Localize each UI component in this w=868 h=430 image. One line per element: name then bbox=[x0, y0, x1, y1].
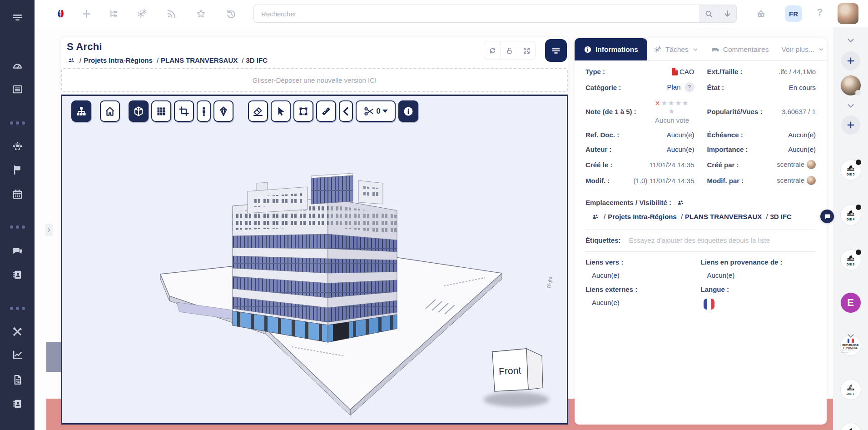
help-badge[interactable]: ? bbox=[684, 82, 694, 92]
hamburger-icon bbox=[12, 11, 23, 23]
field-value-etat[interactable]: En cours bbox=[724, 84, 816, 91]
sidebar-menu-toggle[interactable] bbox=[0, 10, 35, 24]
language-switcher[interactable]: FR bbox=[785, 5, 802, 22]
org-avatar-die6[interactable]: DIE 6 bbox=[841, 423, 861, 430]
breadcrumb-item[interactable]: 3D IFC bbox=[246, 56, 268, 64]
document-menu-button[interactable] bbox=[545, 39, 567, 62]
user-avatar[interactable] bbox=[838, 3, 858, 24]
first-person-button[interactable] bbox=[197, 100, 211, 122]
sidebar-item-directory[interactable] bbox=[0, 397, 35, 410]
help-button[interactable]: ? bbox=[817, 6, 823, 18]
crop-icon bbox=[179, 106, 189, 117]
wireframe-button[interactable] bbox=[213, 100, 233, 122]
ifc-3d-viewer[interactable]: Front Right 0 bbox=[61, 95, 568, 425]
document-actions bbox=[484, 41, 536, 60]
basket-button[interactable] bbox=[754, 6, 768, 21]
settings-button[interactable] bbox=[134, 6, 149, 21]
org-avatar-die7[interactable]: DIE 7 bbox=[841, 380, 861, 400]
search-submit-button[interactable] bbox=[699, 5, 718, 23]
org-avatar-die5[interactable]: DIE 5 bbox=[841, 160, 861, 180]
contact-avatar[interactable] bbox=[841, 75, 861, 95]
star-icons[interactable]: ★★★★ bbox=[661, 99, 689, 107]
building-3d-model[interactable]: Front Right bbox=[62, 96, 567, 423]
letter-avatar[interactable]: E bbox=[841, 293, 861, 313]
eraser-button[interactable] bbox=[248, 100, 268, 122]
info-button[interactable] bbox=[398, 100, 418, 122]
field-value-categorie[interactable]: Plan? bbox=[621, 82, 694, 92]
tab-informations[interactable]: Informations bbox=[575, 38, 647, 60]
fullscreen-button[interactable] bbox=[518, 41, 536, 60]
french-flag-icon[interactable] bbox=[704, 299, 714, 310]
navigation-cube[interactable]: Front Right bbox=[484, 276, 553, 407]
refresh-button[interactable] bbox=[484, 41, 501, 60]
tab-taches[interactable]: Tâches bbox=[647, 38, 705, 60]
project-tree-button[interactable] bbox=[106, 6, 121, 21]
nav-cube-front-label[interactable]: Front bbox=[499, 365, 521, 377]
add-organization-button[interactable] bbox=[841, 115, 860, 135]
scroll-down-chevron-icon[interactable] bbox=[846, 331, 856, 341]
unlock-button[interactable] bbox=[501, 41, 518, 60]
measure-button[interactable] bbox=[316, 100, 336, 122]
scroll-up-chevron-icon[interactable] bbox=[846, 35, 856, 45]
org-avatar-die3[interactable]: DIE 3 bbox=[841, 250, 861, 270]
search-input[interactable] bbox=[253, 5, 699, 23]
field-value-user[interactable]: scentrale bbox=[739, 160, 816, 169]
sidebar-more-dots[interactable] bbox=[0, 225, 35, 229]
chat-fab-button[interactable] bbox=[820, 210, 834, 223]
breadcrumb-item[interactable]: Projets Intra-Régions bbox=[608, 213, 677, 220]
tab-voir-plus[interactable]: Voir plus... bbox=[775, 38, 831, 60]
flag-icon bbox=[12, 164, 23, 175]
app-logo-marianne[interactable] bbox=[54, 6, 68, 21]
create-new-button[interactable] bbox=[79, 6, 94, 21]
structure-tree-button[interactable] bbox=[71, 100, 91, 122]
tab-commentaires[interactable]: Commentaires bbox=[705, 38, 775, 60]
tab-label: Voir plus... bbox=[782, 45, 814, 54]
history-button[interactable] bbox=[223, 6, 238, 21]
field-value-type[interactable]: CAO bbox=[605, 68, 694, 75]
user-avatar bbox=[807, 160, 816, 169]
sidebar-item-tools[interactable] bbox=[0, 325, 35, 338]
plus-icon bbox=[846, 56, 855, 65]
clipping-planes-dropdown[interactable]: 0 bbox=[356, 100, 396, 122]
collapse-toolbar-button[interactable] bbox=[339, 100, 353, 122]
building-model[interactable] bbox=[233, 173, 397, 346]
field-value: (1.0) 11/01/24 14:35 bbox=[610, 177, 694, 185]
sidebar-item-list[interactable] bbox=[0, 82, 35, 96]
sidebar-item-messages[interactable] bbox=[0, 244, 35, 257]
etiquettes-input[interactable]: Essayez d'ajouter des étiquettes depuis … bbox=[629, 236, 770, 244]
favorites-button[interactable] bbox=[193, 6, 208, 21]
panel-expander-button[interactable] bbox=[45, 224, 53, 236]
section-box-button[interactable] bbox=[293, 100, 313, 122]
rating-widget[interactable]: ✕★★★★ ★ Aucun vote bbox=[636, 99, 694, 124]
langue-label: Langue : bbox=[701, 285, 816, 293]
upload-dropzone[interactable]: Glisser-Déposer une nouvelle version ICI bbox=[61, 68, 568, 92]
field-value-user[interactable]: scentrale bbox=[744, 176, 816, 185]
breadcrumb-item[interactable]: PLANS TRANVERSAUX bbox=[161, 56, 238, 64]
sidebar-more-dots[interactable] bbox=[0, 307, 35, 310]
home-view-button[interactable] bbox=[100, 100, 120, 122]
sidebar-item-dashboard[interactable] bbox=[0, 59, 35, 72]
person-icon bbox=[198, 106, 209, 117]
sidebar-item-contacts[interactable] bbox=[0, 268, 35, 281]
sidebar-more-dots[interactable] bbox=[0, 121, 35, 125]
clear-rating-icon[interactable]: ✕ bbox=[655, 100, 660, 107]
sidebar-item-flags[interactable] bbox=[0, 163, 35, 176]
section-chevron-icon[interactable] bbox=[846, 101, 856, 111]
breadcrumb-item[interactable]: PLANS TRANVERSAUX bbox=[685, 213, 762, 220]
3d-mode-button[interactable] bbox=[129, 100, 149, 122]
sidebar-item-documents[interactable] bbox=[0, 373, 35, 386]
sidebar-item-calendar[interactable] bbox=[0, 187, 35, 201]
search-download-button[interactable] bbox=[718, 5, 737, 23]
storeys-grid-button[interactable] bbox=[151, 100, 171, 122]
breadcrumb-item[interactable]: Projets Intra-Régions bbox=[84, 56, 153, 64]
select-button[interactable] bbox=[271, 100, 291, 122]
feed-button[interactable] bbox=[164, 6, 179, 21]
sidebar-item-statistics[interactable] bbox=[0, 348, 35, 361]
add-contact-button[interactable] bbox=[841, 51, 860, 70]
org-avatar-die4[interactable]: DIE 4 bbox=[841, 205, 861, 225]
sidebar-item-workspaces[interactable] bbox=[0, 139, 35, 153]
star-icon[interactable]: ★ bbox=[669, 107, 675, 115]
nav-cube-right-label[interactable]: Right bbox=[546, 276, 554, 289]
breadcrumb-item[interactable]: 3D IFC bbox=[770, 213, 792, 220]
crop-view-button[interactable] bbox=[174, 100, 194, 122]
